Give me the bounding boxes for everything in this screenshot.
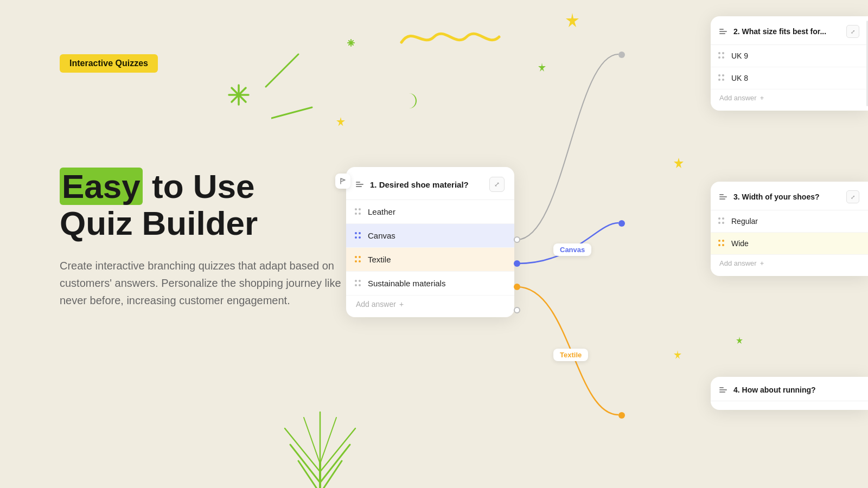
right-card-q2-title-area: 2. What size fits best for... <box>719 27 826 36</box>
right-card-q3-title-text: 3. Width of your shoes? <box>733 192 820 201</box>
deco-star-yellow-left <box>335 117 346 127</box>
expand-button-main[interactable]: ⤢ <box>489 177 505 192</box>
answer-uk9[interactable]: UK 9 <box>711 45 868 67</box>
answer-sustainable-label: Sustainable materials <box>368 279 445 288</box>
svg-marker-2 <box>538 63 546 72</box>
deco-star-green <box>537 62 547 72</box>
interactive-quizzes-badge: Interactive Quizzes <box>60 54 158 73</box>
answer-wide[interactable]: Wide <box>711 233 868 255</box>
add-answer-main[interactable]: Add answer + <box>346 296 514 309</box>
answer-uk8[interactable]: UK 8 <box>711 67 868 89</box>
answer-regular-label: Regular <box>731 217 758 226</box>
deco-star-yellow-top <box>564 12 580 28</box>
svg-line-12 <box>349 41 353 45</box>
add-answer-icon-q2: + <box>760 94 764 102</box>
svg-marker-15 <box>336 117 345 126</box>
connector-dot-q4-in <box>618 412 625 419</box>
answer-leather[interactable]: Leather <box>346 200 514 224</box>
list-icon-q2 <box>719 29 728 34</box>
add-answer-label-main: Add answer <box>356 300 396 309</box>
branch-label-textile: Textile <box>553 349 588 361</box>
right-card-q3-title-area: 3. Width of your shoes? <box>719 192 820 201</box>
list-icon-q4 <box>719 387 728 393</box>
hero-title: Easy to Use Quiz Builder <box>60 168 342 242</box>
list-icon-q3 <box>719 194 728 200</box>
add-answer-label-q3: Add answer <box>719 259 757 267</box>
deco-moon-green <box>401 91 421 111</box>
drag-handle-regular <box>718 217 726 225</box>
right-card-q2: 2. What size fits best for... ⤢ UK 9 UK … <box>711 16 868 111</box>
deco-squiggle <box>396 21 505 53</box>
svg-line-8 <box>232 88 246 102</box>
svg-marker-1 <box>674 158 684 168</box>
connector-dot-q2-in <box>618 52 625 58</box>
connector-dot-leather <box>514 236 520 243</box>
svg-marker-3 <box>736 337 743 344</box>
branch-label-canvas: Canvas <box>553 243 591 256</box>
answer-canvas[interactable]: Canvas <box>346 224 514 248</box>
quiz-card-title-text: 1. Desired shoe material? <box>370 180 469 189</box>
add-answer-icon-main: + <box>399 300 404 309</box>
answer-uk8-label: UK 8 <box>731 74 748 82</box>
hero-description: Create interactive branching quizzes tha… <box>60 257 342 309</box>
svg-line-7 <box>232 88 246 102</box>
answer-regular[interactable]: Regular <box>711 210 868 233</box>
deco-plant <box>266 396 374 488</box>
deco-star-yellow-mid <box>673 157 685 169</box>
answer-uk9-label: UK 9 <box>731 52 748 60</box>
answer-leather-label: Leather <box>368 207 395 216</box>
add-answer-icon-q3: + <box>760 259 764 267</box>
connector-dot-sustainable <box>514 307 520 313</box>
right-card-q4-title-area: 4. How about running? <box>719 386 816 394</box>
flag-icon <box>335 174 350 189</box>
deco-starburst-green-sm <box>347 39 355 47</box>
expand-button-q3[interactable]: ⤢ <box>846 190 859 203</box>
right-card-q3: 3. Width of your shoes? ⤢ Regular Wide A… <box>711 182 868 276</box>
add-answer-q3[interactable]: Add answer + <box>711 255 868 267</box>
expand-button-q2[interactable]: ⤢ <box>846 25 859 38</box>
deco-star-yellow-bottom <box>673 350 682 359</box>
svg-line-14 <box>271 107 312 118</box>
answer-textile-label: Textile <box>368 255 391 264</box>
add-answer-q2[interactable]: Add answer + <box>711 89 868 102</box>
right-card-q4: 4. How about running? <box>711 377 868 410</box>
answer-sustainable[interactable]: Sustainable materials <box>346 272 514 296</box>
quiz-card-header: 1. Desired shoe material? ⤢ <box>346 167 514 200</box>
drag-handle-uk9 <box>718 52 726 60</box>
svg-line-13 <box>266 54 298 87</box>
right-card-q3-header: 3. Width of your shoes? ⤢ <box>711 182 868 210</box>
svg-marker-0 <box>566 13 579 27</box>
deco-line-2 <box>271 102 315 129</box>
svg-line-23 <box>304 418 320 464</box>
answer-textile[interactable]: Textile <box>346 248 514 272</box>
deco-starburst-green <box>228 84 250 106</box>
svg-marker-4 <box>674 350 681 359</box>
svg-line-18 <box>320 461 342 488</box>
hero-section: Easy to Use Quiz Builder Create interact… <box>60 168 342 309</box>
list-icon-main <box>356 182 365 187</box>
drag-handle-canvas <box>355 232 362 240</box>
svg-line-17 <box>298 461 320 488</box>
right-card-q2-header: 2. What size fits best for... ⤢ <box>711 16 868 45</box>
answer-wide-label: Wide <box>731 239 749 248</box>
add-answer-label-q2: Add answer <box>719 94 757 102</box>
quiz-card-main: 1. Desired shoe material? ⤢ Leather Canv… <box>346 167 514 317</box>
answer-canvas-label: Canvas <box>368 231 395 240</box>
connector-dot-q3-in <box>618 220 625 227</box>
right-card-q4-header: 4. How about running? <box>711 377 868 401</box>
right-card-q2-title-text: 2. What size fits best for... <box>733 27 826 36</box>
quiz-card-title-area: 1. Desired shoe material? <box>356 180 469 189</box>
right-card-q4-title-text: 4. How about running? <box>733 386 816 394</box>
drag-handle-leather <box>355 208 362 216</box>
deco-star-green-br <box>735 336 744 345</box>
deco-line-1 <box>260 52 304 95</box>
hero-highlight: Easy <box>60 168 143 205</box>
svg-line-11 <box>349 41 353 45</box>
drag-handle-wide <box>718 240 726 247</box>
drag-handle-sustainable <box>355 280 362 287</box>
drag-handle-textile <box>355 256 362 264</box>
connector-dot-textile <box>514 284 520 290</box>
svg-line-24 <box>320 418 336 464</box>
drag-handle-uk8 <box>718 74 726 82</box>
connector-dot-canvas <box>514 260 520 267</box>
